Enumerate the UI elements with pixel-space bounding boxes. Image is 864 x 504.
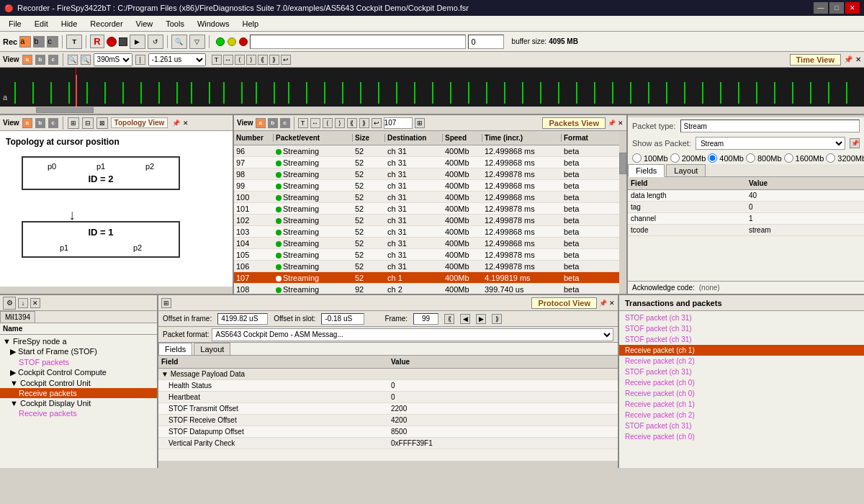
packet-row-98[interactable]: 98 Streaming 52 ch 31 400Mb 12.499878 ms… xyxy=(234,168,619,180)
pkt-nav6[interactable]: ⟫ xyxy=(359,118,369,128)
offset-slot-input[interactable] xyxy=(321,313,364,325)
pkt-nav4[interactable]: ⟩ xyxy=(335,118,345,128)
nav-btn-6[interactable]: ⟫ xyxy=(269,55,279,65)
nav-btn-4[interactable]: ⟩ xyxy=(246,55,256,65)
show-as-select[interactable]: Stream xyxy=(696,137,845,150)
topo-tab-b[interactable]: b xyxy=(35,118,45,128)
text-mode-btn[interactable]: T xyxy=(66,35,82,49)
topo-tab-a[interactable]: a xyxy=(22,118,32,128)
channel-c-indicator[interactable]: c xyxy=(47,36,58,48)
tree-item-recv-pkts-selected[interactable]: Receive packets xyxy=(0,388,157,398)
frame-next-btn[interactable]: ▶ xyxy=(476,314,486,324)
pkt-nav2[interactable]: ↔ xyxy=(310,118,320,128)
radio-100mb[interactable] xyxy=(632,153,642,163)
packet-frame-input[interactable] xyxy=(384,117,413,129)
radio-3200mb[interactable] xyxy=(826,153,835,163)
cursor-split[interactable]: | xyxy=(135,55,145,65)
packets-scroll-thumb[interactable] xyxy=(619,153,626,174)
pkt-grid-btn[interactable]: ⊞ xyxy=(415,118,425,128)
packet-row-104[interactable]: 104 Streaming 52 ch 31 400Mb 12.499868 m… xyxy=(234,238,619,249)
zoom-select[interactable]: 390mS xyxy=(94,53,132,66)
pkt-tab-b[interactable]: b xyxy=(268,118,278,128)
radio-1600mb[interactable] xyxy=(784,153,793,163)
frame-number-input[interactable] xyxy=(413,313,438,325)
zoom-out-btn[interactable]: 🔍 xyxy=(68,55,78,65)
radio-800mb[interactable] xyxy=(746,153,755,163)
topo-btn3[interactable]: ⊠ xyxy=(96,117,108,129)
trans-item-recv-ch1-selected[interactable]: Receive packet (ch 1) xyxy=(619,345,864,356)
proto-scrollbar[interactable] xyxy=(158,461,618,468)
time-scroll-thumb[interactable] xyxy=(36,107,94,113)
counter-input[interactable]: 0 xyxy=(468,35,504,49)
frame-last-btn[interactable]: ⟫ xyxy=(492,314,502,324)
packet-row-96[interactable]: 96 Streaming 52 ch 31 400Mb 12.499868 ms… xyxy=(234,145,619,157)
proto-pin[interactable]: 📌 xyxy=(599,300,607,307)
nav-btn-7[interactable]: ↩ xyxy=(281,55,291,65)
cycle-btn[interactable]: ↺ xyxy=(148,35,163,49)
zoom-in-btn2[interactable]: 🔍 xyxy=(81,55,91,65)
pkt-nav5[interactable]: ⟪ xyxy=(347,118,357,128)
tree-item-ccu[interactable]: ▼ Cockpit Control Unit xyxy=(0,378,157,388)
menu-tools[interactable]: Tools xyxy=(160,18,190,30)
pkt-nav7[interactable]: ↩ xyxy=(372,118,382,128)
show-as-pin[interactable]: 📌 xyxy=(850,138,860,148)
trans-item-recv-ch2-2[interactable]: Receive packet (ch 2) xyxy=(619,410,864,420)
stop-btn[interactable] xyxy=(119,37,127,46)
topo-close[interactable]: ✕ xyxy=(183,120,189,127)
channel-b-indicator[interactable]: b xyxy=(33,36,45,48)
zoom-in-btn[interactable]: 🔍 xyxy=(171,35,187,49)
packets-scrollbar[interactable] xyxy=(619,131,626,294)
tab-fields[interactable]: Fields xyxy=(628,164,665,177)
nav-btn-2[interactable]: ↔ xyxy=(223,55,233,65)
proto-grid-btn[interactable]: ⊞ xyxy=(161,298,171,308)
packet-row-108[interactable]: 108 Streaming 92 ch 2 400Mb 399.740 us b… xyxy=(234,284,619,294)
menu-recorder[interactable]: Recorder xyxy=(84,18,128,30)
mil-tab[interactable]: Mil1394 xyxy=(0,311,35,323)
filter-btn[interactable]: ▽ xyxy=(189,35,205,49)
menu-windows[interactable]: Windows xyxy=(192,18,235,30)
proto-tab-layout[interactable]: Layout xyxy=(194,343,230,355)
trans-item-recv-ch1-2[interactable]: Receive packet (ch 1) xyxy=(619,399,864,410)
menu-view[interactable]: View xyxy=(130,18,159,30)
pkt-nav3[interactable]: ⟨ xyxy=(323,118,333,128)
step-btn[interactable]: ▶ xyxy=(130,35,145,49)
trans-item-1[interactable]: STOF packet (ch 31) xyxy=(619,323,864,334)
offset-frame-input[interactable] xyxy=(217,313,268,325)
trans-item-recv-ch2[interactable]: Receive packet (ch 2) xyxy=(619,356,864,366)
menu-file[interactable]: File xyxy=(3,18,27,30)
packet-row-100[interactable]: 100 Streaming 52 ch 31 400Mb 12.499868 m… xyxy=(234,192,619,203)
packet-row-106[interactable]: 106 Streaming 52 ch 31 400Mb 12.499878 m… xyxy=(234,261,619,272)
pkt-tab-a[interactable]: a xyxy=(256,118,266,128)
packet-row-97[interactable]: 97 Streaming 52 ch 31 400Mb 12.499868 ms… xyxy=(234,157,619,168)
tree-item-stof[interactable]: ▶ Start of Frame (STOF) xyxy=(0,346,157,357)
packet-type-input[interactable] xyxy=(680,120,860,132)
proto-tab-fields[interactable]: Fields xyxy=(158,343,192,355)
proto-close[interactable]: ✕ xyxy=(609,300,615,307)
tree-expand-btn[interactable]: ↓ xyxy=(18,298,28,308)
frame-prev-btn[interactable]: ◀ xyxy=(460,314,470,324)
topo-btn1[interactable]: ⊞ xyxy=(68,117,79,129)
tree-item-root[interactable]: ▼ FireSpy node a xyxy=(0,336,157,346)
trans-item-stof-3[interactable]: STOF packet (ch 31) xyxy=(619,366,864,377)
packet-row-103[interactable]: 103 Streaming 52 ch 31 400Mb 12.499868 m… xyxy=(234,226,619,238)
frame-first-btn[interactable]: ⟪ xyxy=(444,314,454,324)
minimize-button[interactable]: — xyxy=(814,2,828,14)
record-btn[interactable]: R xyxy=(90,35,104,48)
packet-row-99[interactable]: 99 Streaming 52 ch 31 400Mb 12.499868 ms… xyxy=(234,180,619,192)
menu-help[interactable]: Help xyxy=(237,18,265,30)
tab-layout[interactable]: Layout xyxy=(666,164,706,176)
pkt-tab-c[interactable]: c xyxy=(280,118,290,128)
channel-a-indicator[interactable]: a xyxy=(19,36,31,48)
menu-edit[interactable]: Edit xyxy=(29,18,54,30)
view-tab-c[interactable]: c xyxy=(48,55,58,65)
menu-hide[interactable]: Hide xyxy=(55,18,84,30)
trans-item-recv-ch0-1[interactable]: Receive packet (ch 0) xyxy=(619,377,864,388)
pkt-pin[interactable]: 📌 xyxy=(608,120,616,127)
trans-item-0[interactable]: STOF packet (ch 31) xyxy=(619,312,864,323)
tree-item-recv-pkts2[interactable]: Receive packets xyxy=(0,408,157,418)
topo-tab-c[interactable]: c xyxy=(48,118,58,128)
nav-btn-1[interactable]: T xyxy=(212,55,222,65)
trans-item-recv-ch0-2[interactable]: Receive packet (ch 0) xyxy=(619,388,864,399)
topo-pin[interactable]: 📌 xyxy=(172,120,180,127)
view-tab-a[interactable]: a xyxy=(22,55,32,65)
